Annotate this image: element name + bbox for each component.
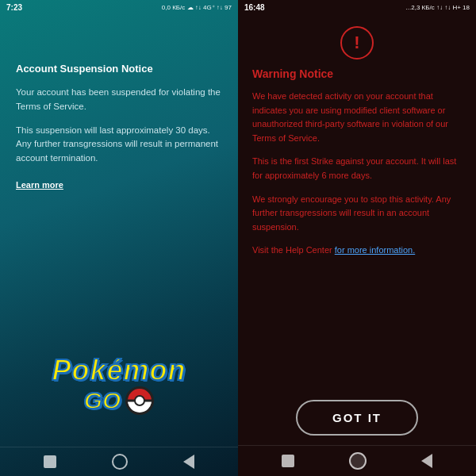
left-circle-nav-icon[interactable] <box>112 454 128 470</box>
pokemon-text: Pokémon <box>52 356 186 385</box>
suspension-body1: Your account has been suspended for viol… <box>16 86 222 114</box>
left-panel: 7:23 0,0 КБ/с ☁ ↑↓ 4G⁺ ↑↓ 97 Account Sus… <box>0 0 238 476</box>
warning-title: Warning Notice <box>252 67 462 80</box>
left-time: 7:23 <box>6 3 22 12</box>
go-text: GO <box>84 387 121 414</box>
got-it-area: GOT IT <box>238 389 476 445</box>
suspension-title: Account Suspension Notice <box>16 63 222 75</box>
suspension-body2: This suspension will last approximately … <box>16 124 222 166</box>
right-time: 16:48 <box>244 3 265 12</box>
go-area: GO <box>84 386 155 415</box>
left-square-nav-icon[interactable] <box>44 455 56 468</box>
left-content: Account Suspension Notice Your account h… <box>0 47 238 356</box>
left-status-bar: 7:23 0,0 КБ/с ☁ ↑↓ 4G⁺ ↑↓ 97 <box>0 0 238 15</box>
right-circle-nav-icon[interactable] <box>349 452 367 470</box>
right-panel: 16:48 ...2,3 КБ/с ↑↓ ↑↓ H+ 18 ! Warning … <box>238 0 476 476</box>
warning-body4-prefix: Visit the Help Center <box>252 245 335 255</box>
right-triangle-nav-icon[interactable] <box>421 454 432 468</box>
learn-more-link[interactable]: Learn more <box>16 180 222 190</box>
warning-body1: We have detected activity on your accoun… <box>252 90 462 145</box>
left-triangle-nav-icon[interactable] <box>183 455 194 469</box>
left-status-info: 0,0 КБ/с ☁ ↑↓ 4G⁺ ↑↓ 97 <box>162 4 232 11</box>
warning-body2: This is the first Strike against your ac… <box>252 155 462 182</box>
right-content: Warning Notice We have detected activity… <box>238 67 476 389</box>
right-nav-bar <box>238 445 476 476</box>
warning-icon-area: ! <box>238 15 476 67</box>
got-it-button[interactable]: GOT IT <box>296 400 418 436</box>
right-status-bar: 16:48 ...2,3 КБ/с ↑↓ ↑↓ H+ 18 <box>238 0 476 15</box>
pokemon-logo-area: Pokémon GO <box>0 356 238 447</box>
right-square-nav-icon[interactable] <box>282 455 294 467</box>
pokeball-icon <box>125 386 154 415</box>
warning-body4: Visit the Help Center for more informati… <box>252 244 462 258</box>
warning-body3: We strongly encourage you to stop this a… <box>252 193 462 235</box>
warning-icon: ! <box>340 26 374 60</box>
right-status-info: ...2,3 КБ/с ↑↓ ↑↓ H+ 18 <box>406 4 470 11</box>
help-center-link[interactable]: for more information. <box>335 245 415 255</box>
left-nav-bar <box>0 447 238 476</box>
